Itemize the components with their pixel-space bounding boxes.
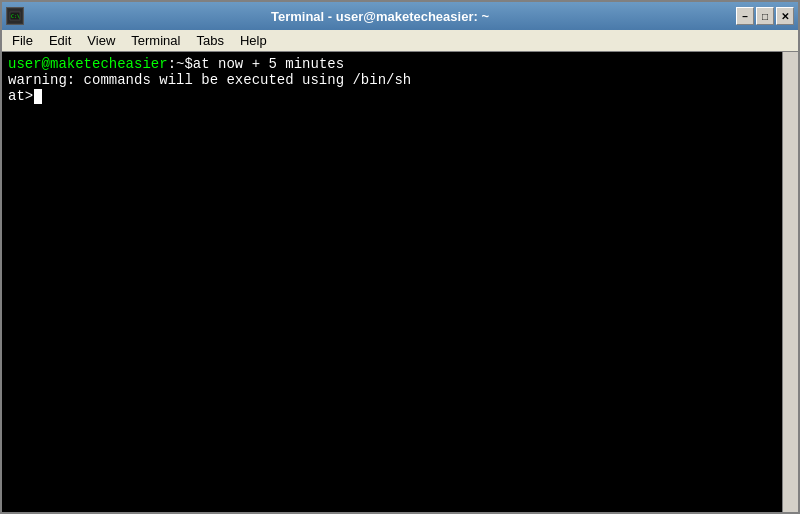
menu-edit[interactable]: Edit — [41, 31, 79, 50]
menu-bar: File Edit View Terminal Tabs Help — [2, 30, 798, 52]
command-text: at now + 5 minutes — [193, 56, 344, 72]
terminal-window: C:\ Terminal - user@maketecheasier: ~ – … — [0, 0, 800, 514]
menu-view[interactable]: View — [79, 31, 123, 50]
menu-terminal[interactable]: Terminal — [123, 31, 188, 50]
command-line: user@maketecheasier :~ $ at now + 5 minu… — [8, 56, 776, 72]
scrollbar[interactable] — [782, 52, 798, 512]
terminal-body[interactable]: user@maketecheasier :~ $ at now + 5 minu… — [2, 52, 782, 512]
menu-tabs[interactable]: Tabs — [188, 31, 231, 50]
menu-file[interactable]: File — [4, 31, 41, 50]
terminal-cursor — [34, 89, 42, 104]
window-title: Terminal - user@maketecheasier: ~ — [24, 9, 736, 24]
window-controls: – □ ✕ — [736, 7, 794, 25]
minimize-button[interactable]: – — [736, 7, 754, 25]
at-prompt-text: at> — [8, 88, 33, 104]
separator-label: :~ — [168, 56, 185, 72]
svg-text:C:\: C:\ — [11, 13, 20, 19]
maximize-button[interactable]: □ — [756, 7, 774, 25]
warning-line: warning: commands will be executed using… — [8, 72, 776, 88]
menu-help[interactable]: Help — [232, 31, 275, 50]
close-button[interactable]: ✕ — [776, 7, 794, 25]
title-bar: C:\ Terminal - user@maketecheasier: ~ – … — [2, 2, 798, 30]
terminal-icon: C:\ — [8, 9, 22, 23]
at-prompt-line: at> — [8, 88, 776, 104]
prompt-dollar: $ — [184, 56, 192, 72]
window-icon: C:\ — [6, 7, 24, 25]
user-host-label: user@maketecheasier — [8, 56, 168, 72]
